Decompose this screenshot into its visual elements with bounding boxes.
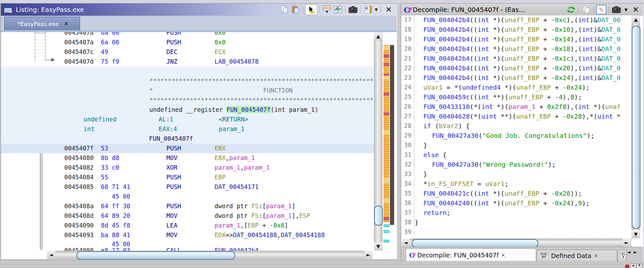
decompile-line[interactable]: 28if (bVar2) { [401, 121, 640, 131]
listing-row[interactable]: undefined __register FUN_0045407f(int pa… [1, 105, 374, 115]
clone-icon[interactable] [363, 5, 374, 14]
decompile-line[interactable]: 23FUN_004042b4((int *)(unaff_EBP + -0x24… [401, 73, 640, 83]
decompile-line[interactable]: 22FUN_004042b4((int *)(unaff_EBP + -0x20… [401, 64, 640, 73]
decompile-line[interactable]: 34*in_FS_OFFSET = uVar1; [401, 179, 640, 189]
decompile-line[interactable]: 21FUN_004042b4((int *)(unaff_EBP + -0x1c… [401, 54, 640, 64]
cursor-tool-icon[interactable] [305, 4, 317, 15]
tab-close-icon[interactable]: ✕ [64, 21, 68, 27]
snapshot-icon[interactable] [611, 5, 622, 14]
scroll-up-icon[interactable]: ▲ [631, 15, 640, 24]
marker-tick[interactable] [384, 224, 389, 227]
tab-decompile[interactable]: Cf Decompile: FUN_0045407f × [406, 248, 536, 262]
decompile-line[interactable]: 33} [401, 170, 640, 179]
scroll-left-icon[interactable]: ◄ [401, 238, 410, 247]
decompile-line[interactable]: 26FUN_00433110(*(int *)(param_1 + 0x2f8)… [401, 102, 640, 112]
listing-row[interactable]: 45 00 [1, 192, 374, 201]
refresh-icon[interactable] [566, 5, 577, 14]
data-type-icon[interactable] [322, 5, 332, 14]
decompile-close-button[interactable]: ✕ [630, 5, 641, 14]
listing-row[interactable] [1, 67, 374, 76]
chevron-down-icon[interactable]: ▼ [375, 7, 378, 12]
decompile-line[interactable]: 25FUN_0040459c((int **)(unaff_EBP + -4),… [401, 93, 640, 102]
decompile-line[interactable]: 24uVar1 = *(undefined4 *)(unaff_EBP + -0… [401, 83, 640, 93]
copy-icon[interactable] [279, 5, 290, 14]
tab-close-icon[interactable]: × [501, 252, 506, 258]
marker-tick[interactable] [384, 55, 389, 58]
marker-tick[interactable] [384, 240, 389, 243]
decompile-line[interactable]: 32FUN_00427a30("Wrong Password!"); [401, 160, 640, 170]
marker-tick[interactable] [384, 63, 389, 66]
marker-tick[interactable] [384, 76, 389, 80]
decompile-line[interactable]: 17FUN_004042b4((int *)(unaff_EBP + -0xc)… [401, 15, 640, 25]
listing-row[interactable]: undefinedAL:1<RETURN> [1, 115, 374, 124]
decompile-line[interactable]: 37return; [401, 208, 640, 218]
listing-row[interactable]: 00454098e8 17 03CALLFUN_004042b4 [1, 246, 374, 251]
scroll-down-icon[interactable]: ▼ [374, 242, 383, 251]
decompile-line[interactable]: 27FUN_00404628(*(uint **)(unaff_EBP + -0… [401, 112, 640, 121]
listing-current-row[interactable]: 0045407f53PUSHEBX [1, 144, 374, 153]
mini-up-button[interactable]: ▲ [630, 264, 636, 268]
scroll-right-icon[interactable]: ► [364, 251, 373, 259]
listing-row[interactable]: 0045408d64 89 20MOVdword ptr FS:[param_1… [1, 211, 374, 221]
decompile-line[interactable]: 18FUN_004042b4((int *)(unaff_EBP + -0x10… [401, 25, 640, 35]
listing-row[interactable]: 0045408a64 ff 30PUSHdword ptr FS:[param_… [1, 201, 374, 211]
marker-tick[interactable] [384, 93, 389, 95]
decompile-line[interactable]: 30} [401, 141, 640, 150]
paste-icon[interactable] [290, 5, 301, 14]
edit-icon[interactable]: ✎ [596, 5, 607, 14]
listing-content[interactable]: 004540786a 00PUSH0x00045407a6a 00PUSH0x0… [1, 32, 374, 251]
listing-row[interactable]: intEAX:4param_1 [1, 124, 374, 134]
listing-row[interactable]: ****************************************… [1, 95, 374, 105]
chevron-down-icon[interactable]: ▼ [624, 7, 628, 12]
tab-partial[interactable]: 01D [618, 250, 627, 262]
scroll-down-icon[interactable]: ▼ [631, 230, 640, 238]
listing-row[interactable]: 0045407c49DECECX [1, 47, 374, 57]
listing-row[interactable]: 004540808b d8MOVEBX,param_1 [1, 153, 374, 163]
listing-row[interactable]: 004540908d 45 f8LEAparam_1,[EBP + -0x8] [1, 221, 374, 230]
marker-overview-bar[interactable] [384, 45, 389, 243]
marker-tick[interactable] [384, 199, 389, 203]
listing-row[interactable]: 00454093ba 88 41MOVEDX=>DAT_00454188,DAT… [1, 230, 374, 240]
listing-hscroll-thumb[interactable] [76, 251, 235, 260]
listing-row[interactable]: 0045408568 71 41PUSHDAT_00454171 [1, 182, 374, 192]
listing-row[interactable]: 0045407a6a 00PUSH0x0 [1, 38, 374, 47]
scroll-right-icon[interactable]: ► [622, 238, 631, 247]
decompile-line[interactable]: 31else { [401, 150, 640, 160]
tab-easypass[interactable]: *EasyPass.exe ✕ [4, 17, 80, 31]
marker-tick[interactable] [384, 112, 389, 115]
decompile-line[interactable]: 38} [401, 218, 640, 228]
decompile-line[interactable]: 29FUN_00427a30("Good Job. Congratulation… [401, 131, 640, 141]
panel-splitter[interactable] [397, 3, 401, 261]
tab-scroll-right-icon[interactable]: ► [634, 250, 637, 255]
decompile-vscroll-thumb[interactable] [632, 26, 640, 229]
listing-row[interactable]: 0045408455PUSHEBP [1, 173, 374, 182]
marker-tick[interactable] [384, 230, 389, 233]
marker-tick[interactable] [384, 130, 389, 135]
decompile-title-bar[interactable]: Cf Decompile: FUN_0045407f - (Eas... ✎ ▼… [401, 4, 643, 16]
decompile-line[interactable]: 19FUN_004042b4((int *)(unaff_EBP + -0x14… [401, 35, 640, 44]
marker-tick[interactable] [384, 217, 389, 220]
listing-row[interactable]: 0045407d75 f9JNZLAB_00454078 [1, 57, 374, 67]
decompile-line[interactable]: 39 [401, 228, 640, 237]
markup-icon[interactable] [332, 5, 343, 14]
listing-row[interactable]: * FUNCTION [1, 86, 374, 95]
listing-row[interactable]: 004540786a 00PUSH0x0 [1, 32, 374, 38]
listing-row[interactable]: 0045408233 c0XORparam_1,param_1 [1, 163, 374, 173]
decompile-line[interactable]: 36FUN_00404240((int *)(unaff_EBP + -0x24… [401, 199, 640, 208]
listing-row[interactable]: FUN_0045407f [1, 134, 374, 144]
tab-defined-data[interactable]: 0101DAT Defined Data × [537, 250, 617, 262]
tab-scroll-left-icon[interactable]: ◄ [627, 250, 631, 255]
listing-vscroll-thumb[interactable] [374, 206, 383, 226]
listing-row[interactable]: ****************************************… [1, 76, 374, 86]
tab-close-icon[interactable]: × [594, 253, 598, 259]
listing-title-bar[interactable]: Listing: EasyPass.exe ▼ ✕ [1, 4, 397, 16]
decompile-hscroll-thumb[interactable] [412, 239, 538, 247]
copy-icon[interactable] [581, 5, 592, 14]
decompile-line[interactable]: 20FUN_004042b4((int *)(unaff_EBP + -0x18… [401, 44, 640, 54]
listing-close-button[interactable]: ✕ [383, 5, 394, 14]
scroll-up-icon[interactable]: ▲ [374, 32, 383, 40]
decompile-line[interactable]: 35FUN_0040421c((int *)(unaff_EBP + -0x28… [401, 189, 640, 199]
marker-tick[interactable] [384, 46, 389, 50]
mini-down-button[interactable]: ▼ [636, 264, 642, 268]
snapshot-icon[interactable] [348, 5, 358, 14]
